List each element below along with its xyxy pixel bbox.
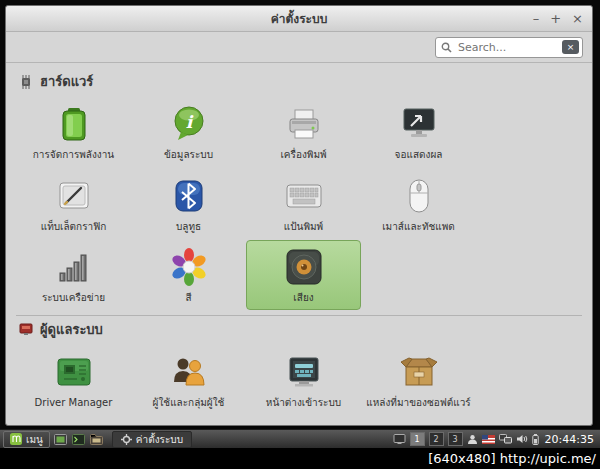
item-label: เมาส์และทัชแพด: [382, 221, 455, 233]
hardware-row-2: แท็บเล็ตกราฟิก บลูทูธ แป้นพิมพ์ เมาส์และ…: [16, 169, 582, 239]
settings-content: ฮาร์ดแวร์ การจัดการพลังงาน i ข้อมูลระบบ …: [6, 63, 592, 425]
login-window-icon: [282, 350, 326, 394]
workspace-switcher-3[interactable]: 3: [448, 432, 463, 446]
window-title: ค่าตั้งระบบ: [6, 9, 592, 28]
taskbar-clock[interactable]: 20:44:35: [545, 433, 594, 446]
volume-applet-icon[interactable]: [516, 434, 528, 444]
software-sources-box-icon: [397, 350, 441, 394]
printer-icon: [282, 102, 326, 146]
watermark-text: [640x480] http://upic.me/: [428, 451, 600, 466]
settings-item-printers[interactable]: เครื่องพิมพ์: [246, 97, 361, 167]
settings-item-keyboard[interactable]: แป้นพิมพ์: [246, 169, 361, 239]
network-applet-icon[interactable]: [499, 434, 512, 444]
show-desktop-icon[interactable]: [54, 433, 68, 446]
item-label: การจัดการพลังงาน: [33, 149, 114, 161]
settings-item-mouse-touchpad[interactable]: เมาส์และทัชแพด: [361, 169, 476, 239]
settings-item-graphics-tablet[interactable]: แท็บเล็ตกราฟิก: [16, 169, 131, 239]
mouse-icon: [397, 174, 441, 218]
administration-icon: [19, 322, 33, 336]
color-flower-icon: [167, 245, 211, 289]
system-tray: 1 2 3 20:44:35: [393, 432, 597, 446]
minimize-button[interactable]: –: [533, 12, 540, 25]
section-label: ผู้ดูแลระบบ: [40, 319, 103, 340]
item-label: ข้อมูลระบบ: [164, 149, 213, 161]
toolbar: ×: [6, 32, 592, 63]
settings-item-bluetooth[interactable]: บลูทูธ: [131, 169, 246, 239]
battery-icon: [52, 102, 96, 146]
item-label: สี: [185, 292, 191, 304]
hardware-row-1: การจัดการพลังงาน i ข้อมูลระบบ เครื่องพิม…: [16, 97, 582, 167]
settings-item-sound[interactable]: เสียง: [246, 240, 361, 310]
hardware-chip-icon: [19, 75, 33, 89]
administration-row-1: Driver Manager ผู้ใช้และกลุ่มผู้ใช้ หน้า…: [16, 345, 582, 415]
settings-item-software-sources[interactable]: แหล่งที่มาของซอฟต์แวร์: [361, 345, 476, 415]
settings-item-system-info[interactable]: i ข้อมูลระบบ: [131, 97, 246, 167]
item-label: แท็บเล็ตกราฟิก: [41, 221, 107, 233]
section-header-administration: ผู้ดูแลระบบ: [19, 319, 582, 340]
settings-item-power-management[interactable]: การจัดการพลังงาน: [16, 97, 131, 167]
users-icon: [167, 350, 211, 394]
hardware-row-3: ระบบเครือข่าย สี เสียง: [16, 240, 582, 310]
bluetooth-icon: [167, 174, 211, 218]
titlebar[interactable]: ค่าตั้งระบบ – + ×: [6, 6, 592, 32]
item-label: บลูทูธ: [176, 221, 201, 233]
keyboard-layout-flag-icon[interactable]: [482, 435, 495, 444]
section-header-hardware: ฮาร์ดแวร์: [19, 71, 582, 92]
system-settings-window: ค่าตั้งระบบ – + × × ฮาร์ดแวร์: [5, 5, 593, 426]
item-label: หน้าต่างเข้าระบบ: [266, 397, 341, 409]
section-label: ฮาร์ดแวร์: [40, 71, 93, 92]
driver-board-icon: [52, 350, 96, 394]
search-icon: [441, 42, 452, 53]
files-icon[interactable]: [90, 433, 104, 446]
terminal-icon[interactable]: [72, 433, 86, 446]
menu-button[interactable]: เมนู: [3, 431, 50, 448]
item-label: เครื่องพิมพ์: [280, 149, 326, 161]
keyboard-icon: [282, 174, 326, 218]
settings-item-color[interactable]: สี: [131, 240, 246, 310]
settings-item-network[interactable]: ระบบเครือข่าย: [16, 240, 131, 310]
item-label: แป้นพิมพ์: [284, 221, 323, 233]
settings-item-driver-manager[interactable]: Driver Manager: [16, 345, 131, 415]
tray-screen-icon[interactable]: [393, 434, 406, 445]
close-button[interactable]: ×: [572, 12, 583, 25]
user-applet-icon[interactable]: [467, 434, 478, 445]
workspace-switcher-1[interactable]: 1: [410, 432, 425, 446]
battery-applet-icon[interactable]: [532, 434, 539, 445]
section-divider: [16, 315, 582, 316]
bottom-strip: [640x480] http://upic.me/: [0, 448, 600, 469]
item-label: Driver Manager: [35, 397, 113, 409]
item-label: แหล่งที่มาของซอฟต์แวร์: [366, 397, 470, 409]
network-bars-icon: [52, 245, 96, 289]
settings-item-login-window[interactable]: หน้าต่างเข้าระบบ: [246, 345, 361, 415]
settings-gear-icon: [121, 434, 132, 445]
mint-menu-icon: [10, 433, 22, 445]
settings-item-users-groups[interactable]: ผู้ใช้และกลุ่มผู้ใช้: [131, 345, 246, 415]
search-input[interactable]: [456, 40, 558, 55]
clear-search-icon[interactable]: ×: [562, 40, 579, 54]
settings-item-display[interactable]: จอแสดงผล: [361, 97, 476, 167]
taskbar-window-label: ค่าตั้งระบบ: [136, 432, 183, 447]
graphics-tablet-icon: [52, 174, 96, 218]
maximize-button[interactable]: +: [550, 12, 561, 25]
display-icon: [397, 102, 441, 146]
taskbar: เมนู ค่าตั้งระบบ 1 2 3: [0, 429, 600, 448]
info-bubble-icon: i: [167, 102, 211, 146]
taskbar-window-button[interactable]: ค่าตั้งระบบ: [112, 431, 192, 448]
item-label: เสียง: [293, 292, 313, 304]
search-box[interactable]: ×: [435, 37, 583, 58]
item-label: ระบบเครือข่าย: [42, 292, 105, 304]
speaker-icon: [282, 245, 326, 289]
menu-label: เมนู: [26, 432, 43, 447]
workspace-switcher-2[interactable]: 2: [429, 432, 444, 446]
item-label: ผู้ใช้และกลุ่มผู้ใช้: [153, 397, 225, 409]
item-label: จอแสดงผล: [395, 149, 443, 161]
